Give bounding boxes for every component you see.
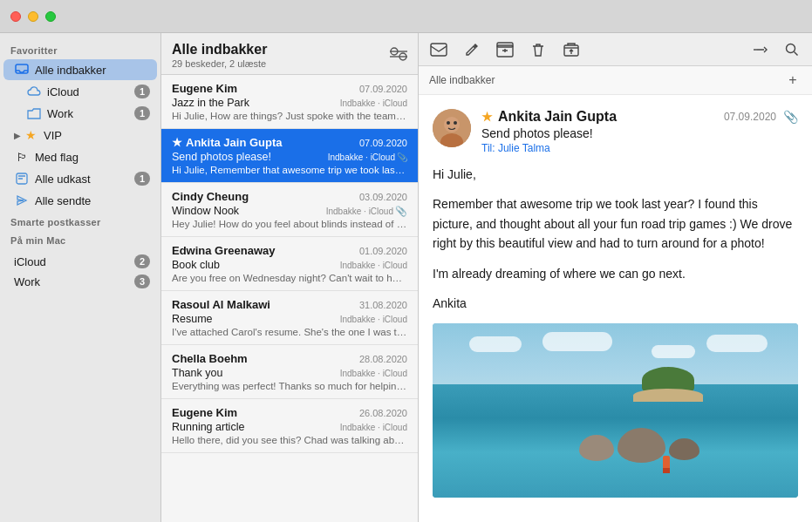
message-list-scroll: Eugene Kim 07.09.2020 Jazz in the Park I…: [161, 75, 418, 522]
sidebar: Favoritter Alle indbakker iCloud 1: [0, 33, 161, 522]
minimize-button[interactable]: [28, 11, 38, 22]
sent-icon: [14, 193, 30, 208]
toolbar-right: [751, 40, 802, 59]
icloud-standalone-label: iCloud: [14, 255, 134, 268]
detail-body: Hi Julie, Remember that awesome trip we …: [433, 165, 798, 313]
message-item[interactable]: ★ Ankita Jain Gupta 07.09.2020 Send phot…: [161, 129, 418, 183]
msg-preview: Hi Julie, How are things? Just spoke wit…: [172, 111, 407, 121]
paa-min-mac-section-label: På min Mac: [0, 230, 160, 248]
sidebar-item-work-standalone[interactable]: Work 3: [3, 272, 157, 291]
detail-msg-header: ★ Ankita Jain Gupta 07.09.2020 📎 Send ph…: [433, 109, 798, 154]
beach-scene: [433, 323, 798, 498]
msg-date: 26.08.2020: [359, 408, 407, 418]
msg-preview: I've attached Carol's resume. She's the …: [172, 327, 407, 337]
message-list-subtitle: 29 beskeder, 2 ulæste: [172, 58, 267, 69]
msg-subject: Running article: [172, 421, 244, 433]
detail-msg-info: ★ Ankita Jain Gupta 07.09.2020 📎 Send ph…: [481, 109, 798, 154]
msg-date: 07.09.2020: [359, 84, 407, 94]
add-button[interactable]: +: [784, 71, 802, 89]
sidebar-item-icloud-label: iCloud: [47, 85, 134, 98]
icloud-badge: 1: [134, 85, 150, 98]
attachment-icon: 📎: [395, 206, 407, 217]
msg-sender: Eugene Kim: [172, 406, 237, 419]
msg-sender: Chella Boehm: [172, 352, 248, 365]
sidebar-item-alle-indbakker[interactable]: Alle indbakker: [3, 59, 157, 80]
filter-icon[interactable]: [390, 47, 407, 64]
svg-point-10: [787, 44, 795, 52]
flag-icon: 🏳: [14, 149, 30, 165]
sidebar-item-work-fav[interactable]: Work 1: [3, 103, 157, 124]
sidebar-item-icloud[interactable]: iCloud 1: [3, 81, 157, 102]
icloud-standalone-badge: 2: [134, 254, 150, 268]
body-signature: Ankita: [433, 294, 798, 313]
message-item[interactable]: Eugene Kim 07.09.2020 Jazz in the Park I…: [161, 75, 418, 129]
message-list-pane: Alle indbakker 29 beskeder, 2 ulæste Eug…: [161, 33, 419, 522]
sidebar-item-vip-label: VIP: [44, 129, 150, 142]
avatar-image: [433, 109, 471, 147]
sidebar-item-alle-indbakker-label: Alle indbakker: [35, 64, 150, 77]
message-item[interactable]: Chella Boehm 28.08.2020 Thank you Indbak…: [161, 345, 418, 399]
msg-preview: Hi Julie, Remember that awesome trip we …: [172, 165, 407, 175]
detail-star-icon: ★: [481, 110, 493, 124]
message-item[interactable]: Rasoul Al Malkawi 31.08.2020 Resume Indb…: [161, 291, 418, 345]
search-toolbar-icon[interactable]: [782, 40, 802, 59]
sidebar-item-icloud-standalone[interactable]: iCloud 2: [3, 252, 157, 271]
maximize-button[interactable]: [45, 11, 56, 22]
msg-meta: Indbakke · iCloud: [340, 261, 407, 270]
msg-sender: Edwina Greenaway: [172, 244, 276, 257]
alle-udkast-badge: 1: [134, 172, 150, 186]
archive-toolbar-icon[interactable]: [495, 40, 515, 59]
star-icon: ★: [172, 136, 182, 149]
app-body: Favoritter Alle indbakker iCloud 1: [0, 33, 812, 522]
folder-icon: [26, 105, 42, 121]
work-standalone-badge: 3: [134, 275, 150, 288]
cloud: [542, 332, 612, 351]
message-item[interactable]: Cindy Cheung 03.09.2020 Window Nook Indb…: [161, 183, 418, 237]
msg-subject: Jazz in the Park: [172, 97, 249, 109]
attachment-icon: 📎: [397, 153, 407, 162]
work-standalone-label: Work: [14, 275, 134, 288]
sidebar-item-med-flag[interactable]: 🏳 Med flag: [3, 146, 157, 167]
detail-attachment-icon: 📎: [783, 110, 798, 124]
body-paragraph1: Remember that awesome trip we took last …: [433, 194, 798, 253]
rock: [618, 428, 665, 463]
body-paragraph2: I'm already dreaming of where we can go …: [433, 264, 798, 283]
smarte-section-label: Smarte postkasser: [0, 212, 160, 230]
message-item[interactable]: Edwina Greenaway 01.09.2020 Book club In…: [161, 237, 418, 291]
detail-pane: Alle indbakker +: [419, 33, 812, 522]
message-item[interactable]: Eugene Kim 26.08.2020 Running article In…: [161, 399, 418, 453]
mail-toolbar-icon[interactable]: [429, 40, 448, 59]
close-button[interactable]: [10, 11, 21, 22]
sidebar-item-alle-udkast[interactable]: Alle udkast 1: [3, 168, 157, 189]
move-toolbar-icon[interactable]: [562, 40, 581, 59]
detail-msg-date: 07.09.2020: [724, 111, 776, 123]
sidebar-item-alle-sendte[interactable]: Alle sendte: [3, 190, 157, 211]
cloud: [469, 336, 522, 352]
trash-toolbar-icon[interactable]: [529, 40, 548, 59]
clouds: [433, 328, 798, 351]
detail-msg-subject: Send photos please!: [481, 126, 798, 140]
msg-preview: Hey Julie! How do you feel about blinds …: [172, 219, 407, 229]
msg-meta: Indbakke · iCloud 📎: [326, 206, 407, 217]
figure-body: [663, 456, 670, 468]
msg-sender: Eugene Kim: [172, 82, 237, 95]
avatar: [433, 109, 471, 147]
msg-date: 31.08.2020: [359, 300, 407, 310]
msg-sender: ★ Ankita Jain Gupta: [172, 136, 283, 149]
msg-date: 03.09.2020: [359, 192, 407, 202]
msg-sender: Rasoul Al Malkawi: [172, 298, 270, 311]
detail-mailbox-label: Alle indbakker: [429, 74, 495, 86]
msg-preview: Are you free on Wednesday night? Can't w…: [172, 273, 407, 283]
detail-msg-to: Til: Julie Talma: [481, 142, 798, 154]
sidebar-item-vip[interactable]: ▶ ★ VIP: [3, 125, 157, 146]
titlebar: [0, 0, 812, 33]
rock: [669, 438, 699, 460]
favorites-section-label: Favoritter: [0, 40, 160, 58]
compose-toolbar-icon[interactable]: [462, 40, 481, 59]
svg-point-14: [447, 121, 450, 125]
more-toolbar-icon[interactable]: [751, 40, 770, 59]
detail-msg-name-row: ★ Ankita Jain Gupta 07.09.2020 📎: [481, 109, 798, 125]
msg-date: 07.09.2020: [359, 138, 407, 148]
island-sand: [633, 389, 703, 402]
draft-icon: [14, 171, 30, 186]
